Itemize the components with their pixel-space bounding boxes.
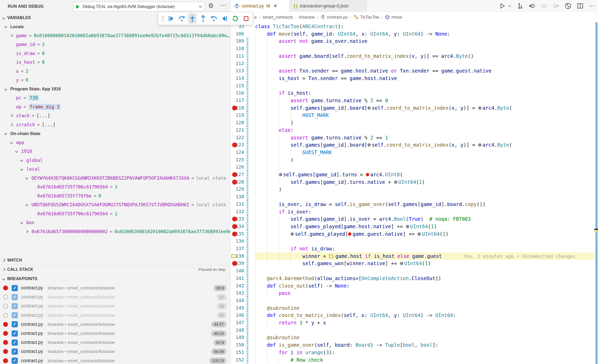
git-modified-gutter[interactable] — [247, 104, 248, 112]
breakpoint-checkbox[interactable]: ✓ — [12, 321, 18, 327]
code-line[interactable]: 130 — [231, 193, 598, 201]
variable-row[interactable]: game_id=2 — [0, 40, 231, 49]
inline-breakpoint-candidate-icon[interactable] — [418, 232, 421, 236]
timeline-graph-icon[interactable] — [564, 2, 572, 10]
git-modified-gutter[interactable] — [247, 341, 248, 349]
git-modified-gutter[interactable] — [247, 304, 248, 312]
chevron-down-icon[interactable] — [25, 203, 28, 206]
git-modified-gutter[interactable] — [247, 45, 248, 52]
code-line[interactable]: 119 HOST_MARK — [231, 112, 598, 119]
line-number[interactable]: 127 — [231, 171, 244, 178]
code-line[interactable]: 136 — [231, 238, 598, 245]
breadcrumb-item-e[interactable]: e — [254, 15, 257, 20]
line-number[interactable]: 117 — [231, 97, 244, 104]
code-line[interactable]: 114 is_host = Txn.sender == game.host.na… — [231, 75, 598, 82]
code-line[interactable]: 125 ) — [231, 156, 598, 164]
breakpoint-checkbox[interactable]: ✓ — [12, 349, 18, 355]
step-over-button[interactable] — [177, 13, 186, 24]
line-number[interactable]: 115 — [231, 82, 244, 90]
breadcrumb-item-TicTacToe[interactable]: TicTacToe — [354, 15, 379, 20]
debug-start-icon[interactable] — [76, 5, 80, 9]
git-modified-gutter[interactable] — [247, 245, 248, 252]
line-number[interactable]: 137 — [231, 245, 244, 252]
code-line[interactable]: 141 @arc4.baremethod(allow_actions=[OnCo… — [231, 275, 598, 282]
code-line[interactable]: 143 pass — [231, 289, 598, 297]
code-line[interactable]: 152 # Row check — [231, 356, 598, 364]
code-line[interactable]: 109 assert not game.is_over.native — [231, 37, 598, 45]
chevron-right-icon[interactable] — [10, 123, 13, 126]
variable-row[interactable]: OEYWY64H3D7QK6KCGG6NM2XKKOTZB6BEGZ2P6VAW… — [0, 174, 231, 183]
git-modified-gutter[interactable] — [247, 260, 248, 267]
chevron-down-icon[interactable] — [15, 150, 18, 153]
line-number[interactable]: 141 — [231, 275, 244, 282]
code-line[interactable]: 144 — [231, 297, 598, 304]
breadcrumb-item-tictactoe[interactable]: tictactoe — [299, 15, 315, 20]
line-number[interactable]: 146 — [231, 312, 244, 319]
line-number[interactable]: 129 — [231, 186, 244, 193]
variable-row[interactable]: 0x67616d65730000000000000002=0x010002000… — [0, 227, 231, 236]
line-number[interactable]: 152 — [231, 356, 244, 364]
line-number[interactable]: 125 — [231, 156, 244, 164]
variable-row[interactable]: On-chain State — [0, 129, 231, 138]
chevron-down-icon[interactable] — [20, 221, 23, 224]
code-line[interactable]: 140 — [231, 267, 598, 275]
breakpoint-row[interactable]: ✓contract.pytictactoe • smart_contracts/… — [0, 356, 231, 364]
breakpoint-row[interactable]: ✓contract.pytictactoe • smart_contracts/… — [0, 292, 231, 302]
code-line[interactable]: 149 @subroutine — [231, 334, 598, 341]
git-modified-gutter[interactable] — [247, 97, 248, 104]
code-line[interactable]: 120 ) — [231, 119, 598, 126]
variable-row[interactable]: box — [0, 218, 231, 227]
more-actions-icon[interactable]: ⋯ — [220, 2, 227, 9]
chevron-down-icon[interactable] — [4, 132, 7, 135]
breadcrumb-item-smart_contracts[interactable]: smart_contracts — [263, 15, 293, 20]
git-modified-gutter[interactable] — [247, 186, 248, 193]
code-line[interactable]: 115 — [231, 82, 598, 90]
line-number[interactable]: 150 — [231, 341, 244, 349]
variable-row[interactable]: is_host=0 — [0, 58, 231, 67]
variable-row[interactable]: 0x67616d65735f776f6e=0 — [0, 192, 231, 201]
git-modified-gutter[interactable] — [247, 208, 248, 216]
git-modified-gutter[interactable] — [247, 37, 248, 45]
line-number[interactable]: 148 — [231, 327, 244, 334]
chevron-right-icon[interactable] — [10, 114, 13, 117]
git-modified-gutter[interactable] — [247, 149, 248, 156]
git-modified-gutter[interactable] — [247, 171, 248, 178]
line-number[interactable]: 140 — [231, 267, 244, 275]
section-breakpoints[interactable]: BREAKPOINTS — [0, 274, 231, 283]
run-dropdown-chevron[interactable] — [508, 4, 512, 8]
code-line[interactable]: 145 @subroutine — [231, 304, 598, 312]
tab-contract-py[interactable]: contract.py M ✕ — [231, 0, 289, 12]
variable-row[interactable]: local — [0, 165, 231, 174]
git-modified-gutter[interactable] — [247, 82, 248, 90]
git-modified-gutter[interactable] — [247, 178, 248, 186]
step-into-button[interactable] — [188, 13, 197, 24]
chevron-down-icon[interactable] — [20, 168, 23, 171]
breakpoint-checkbox[interactable]: ✓ — [12, 294, 18, 300]
code-line[interactable]: 137 if not is_draw: — [231, 245, 598, 252]
git-modified-gutter[interactable] — [247, 141, 248, 149]
step-back-button[interactable] — [210, 13, 218, 24]
line-number[interactable]: 138 — [231, 252, 244, 260]
code-line[interactable]: 131 is_over, is_draw = self.is_game_over… — [231, 201, 598, 208]
variable-row[interactable]: stack=[...] — [0, 111, 231, 120]
breadcrumb-item-move[interactable]: move — [385, 15, 402, 20]
line-number[interactable]: 149 — [231, 334, 244, 341]
breakpoint-checkbox[interactable]: ✓ — [12, 358, 18, 364]
breakpoint-row[interactable]: ✓contract.pytictactoe • smart_contracts/… — [0, 338, 231, 347]
line-number[interactable]: 120 — [231, 119, 244, 126]
line-number[interactable]: 135 — [231, 230, 244, 238]
line-number[interactable]: 130 — [231, 193, 244, 201]
git-modified-gutter[interactable] — [247, 126, 248, 134]
code-line[interactable]: 139 self.games_won[winner.native] += UIn… — [231, 260, 598, 267]
code-line[interactable]: 148 — [231, 327, 598, 334]
breakpoint-checkbox[interactable]: ✓ — [12, 312, 18, 318]
code-line[interactable]: 116 if is_host: — [231, 89, 598, 97]
line-number[interactable]: 131 — [231, 201, 244, 208]
git-modified-gutter[interactable] — [247, 156, 248, 164]
variable-row[interactable]: Program State: App 1916 — [0, 85, 231, 94]
line-number[interactable]: 128 — [231, 178, 244, 186]
line-number[interactable]: 133 — [231, 215, 244, 223]
line-number[interactable]: 124 — [231, 149, 244, 156]
gear-icon[interactable]: ⚙ — [208, 2, 214, 9]
reverse-continue-button[interactable] — [220, 13, 229, 24]
